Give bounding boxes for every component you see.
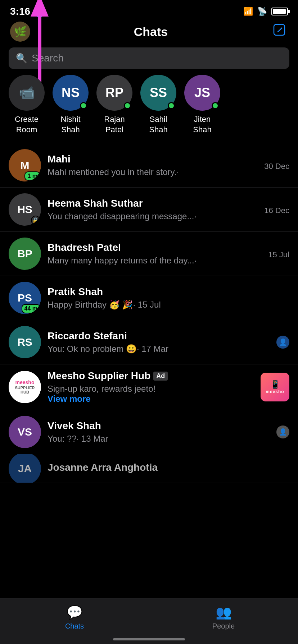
chat-item-vivek[interactable]: VS Vivek Shah You: ??· 13 Mar 👤 xyxy=(0,410,298,454)
pratik-unread-badge: 44 m xyxy=(22,304,40,313)
bhadresh-name: Bhadresh Patel xyxy=(48,242,262,253)
bhadresh-right: 15 Jul xyxy=(268,248,289,259)
search-icon: 🔍 xyxy=(16,53,27,64)
vivek-right: 👤 xyxy=(276,426,289,438)
riccardo-right: 👤 xyxy=(276,336,289,349)
wifi-icon: 📡 xyxy=(257,7,267,16)
bhadresh-time: 15 Jul xyxy=(268,250,289,259)
chats-tab-icon: 💬 xyxy=(67,605,83,620)
mahi-right: 30 Dec xyxy=(264,160,289,171)
vivek-name: Vivek Shah xyxy=(48,420,270,432)
nishit-avatar-wrap: NS xyxy=(53,75,89,111)
bhadresh-avatar: BP xyxy=(9,238,41,270)
pratik-avatar: PS 44 m xyxy=(9,282,41,314)
riccardo-info: Riccardo Stefani You: Ok no problem 😀· 1… xyxy=(48,330,270,354)
search-bar-container: 🔍 Search xyxy=(0,45,298,75)
nav-row: 🌿 Chats xyxy=(0,19,298,45)
story-item-rajan[interactable]: RP RajanPatel xyxy=(96,75,132,135)
flame-icon: 🌀 xyxy=(33,6,46,18)
meesho-right: 📱 meesho xyxy=(261,373,289,401)
heema-info: Heema Shah Suthar You changed disappeari… xyxy=(48,198,258,221)
heema-avatar: HS 🔒 xyxy=(9,193,41,226)
battery-icon xyxy=(271,8,288,15)
page-title: Chats xyxy=(134,25,168,39)
home-indicator xyxy=(113,638,185,640)
pratik-info: Pratik Shah Happy Birthday 🥳 🎉· 15 Jul xyxy=(48,286,283,310)
pratik-name: Pratik Shah xyxy=(48,286,283,298)
people-tab-icon: 👥 xyxy=(216,605,232,620)
status-icons: 📶 📡 xyxy=(243,7,288,16)
signal-icon: 📶 xyxy=(243,7,253,16)
chat-item-josanne[interactable]: JA Josanne Arra Anghotia xyxy=(0,454,298,483)
meesho-preview: Sign-up karo, rewards jeeto! xyxy=(48,384,220,394)
status-time: 3:16 🌀 xyxy=(10,6,46,18)
chats-tab-label: Chats xyxy=(65,622,84,630)
view-more-link[interactable]: View more xyxy=(48,394,254,404)
meesho-name: Meesho Supplier Hub Ad xyxy=(48,370,254,382)
josanne-name: Josanne Arra Anghotia xyxy=(48,462,289,473)
josanne-info: Josanne Arra Anghotia xyxy=(48,462,289,475)
rajan-avatar-wrap: RP xyxy=(96,75,132,111)
heema-name: Heema Shah Suthar xyxy=(48,198,258,209)
tab-chats[interactable]: 💬 Chats xyxy=(53,605,96,630)
meesho-info: Meesho Supplier Hub Ad Sign-up karo, rew… xyxy=(48,370,254,404)
vivek-info: Vivek Shah You: ??· 13 Mar xyxy=(48,420,270,444)
riccardo-name: Riccardo Stefani xyxy=(48,330,270,342)
chat-item-mahi[interactable]: M 1 m Mahi Mahi mentioned you in their s… xyxy=(0,143,298,188)
heema-time: 16 Dec xyxy=(264,206,289,215)
bhadresh-info: Bhadresh Patel Many many happy returns o… xyxy=(48,242,262,266)
meesho-ad-thumb: 📱 meesho xyxy=(261,373,289,401)
story-item-sahil[interactable]: SS SahilShah xyxy=(140,75,176,135)
story-item-create-room[interactable]: 📹 CreateRoom xyxy=(9,75,45,135)
josanne-avatar: JA xyxy=(9,454,41,483)
riccardo-avatar: RS xyxy=(9,326,41,358)
chat-list: M 1 m Mahi Mahi mentioned you in their s… xyxy=(0,143,298,526)
online-indicator-rajan xyxy=(124,102,131,109)
create-room-avatar-wrap: 📹 xyxy=(9,75,45,111)
nishit-name: NishitShah xyxy=(60,114,80,135)
time-display: 3:16 xyxy=(10,6,30,17)
bhadresh-preview: Many many happy returns of the day...· xyxy=(48,256,220,266)
vivek-avatar: VS xyxy=(9,416,41,448)
riccardo-mini-avatar: 👤 xyxy=(276,336,289,349)
jiten-name: JitenShah xyxy=(193,114,211,135)
mahi-unread-badge: 1 m xyxy=(24,171,40,181)
mahi-preview: Mahi mentioned you in their story.· xyxy=(48,167,220,177)
mahi-info: Mahi Mahi mentioned you in their story.· xyxy=(48,153,258,177)
mahi-time: 30 Dec xyxy=(264,162,289,171)
chat-item-riccardo[interactable]: RS Riccardo Stefani You: Ok no problem 😀… xyxy=(0,320,298,364)
vivek-preview: You: ??· 13 Mar xyxy=(48,434,220,444)
chat-item-pratik[interactable]: PS 44 m Pratik Shah Happy Birthday 🥳 🎉· … xyxy=(0,276,298,320)
jiten-avatar-wrap: JS xyxy=(184,75,220,111)
search-placeholder: Search xyxy=(32,52,64,64)
meesho-avatar: meesho SUPPLIER HUB xyxy=(9,371,41,403)
search-bar[interactable]: 🔍 Search xyxy=(9,47,289,69)
ad-badge: Ad xyxy=(153,372,168,381)
compose-icon xyxy=(273,24,286,40)
tab-people[interactable]: 👥 People xyxy=(202,605,245,630)
chat-item-bhadresh[interactable]: BP Bhadresh Patel Many many happy return… xyxy=(0,232,298,276)
compose-button[interactable] xyxy=(271,23,288,40)
sahil-name: SahilShah xyxy=(149,114,167,135)
people-tab-label: People xyxy=(212,622,235,630)
rajan-name: RajanPatel xyxy=(104,114,125,135)
heema-preview: You changed disappearing message...· xyxy=(48,211,220,221)
online-indicator-sahil xyxy=(168,102,175,109)
chat-item-heema[interactable]: HS 🔒 Heema Shah Suthar You changed disap… xyxy=(0,188,298,232)
mahi-name: Mahi xyxy=(48,153,258,165)
heema-right: 16 Dec xyxy=(264,204,289,215)
create-room-icon: 📹 xyxy=(9,75,45,111)
user-avatar[interactable]: 🌿 xyxy=(10,22,30,42)
chat-item-meesho[interactable]: meesho SUPPLIER HUB Meesho Supplier Hub … xyxy=(0,364,298,410)
story-item-jiten[interactable]: JS JitenShah xyxy=(184,75,220,135)
create-room-label: CreateRoom xyxy=(15,114,39,135)
mahi-avatar: M 1 m xyxy=(9,149,41,181)
pratik-preview: Happy Birthday 🥳 🎉· 15 Jul xyxy=(48,300,220,310)
online-indicator-jiten xyxy=(212,102,219,109)
stories-row: 📹 CreateRoom NS NishitShah RP RajanPatel… xyxy=(0,75,298,143)
video-icon: 📹 xyxy=(19,85,35,100)
heema-lock-badge: 🔒 xyxy=(31,216,40,225)
story-item-nishit[interactable]: NS NishitShah xyxy=(53,75,89,135)
status-bar: 3:16 🌀 📶 📡 xyxy=(0,0,298,19)
tab-bar: 💬 Chats 👥 People xyxy=(0,598,298,644)
